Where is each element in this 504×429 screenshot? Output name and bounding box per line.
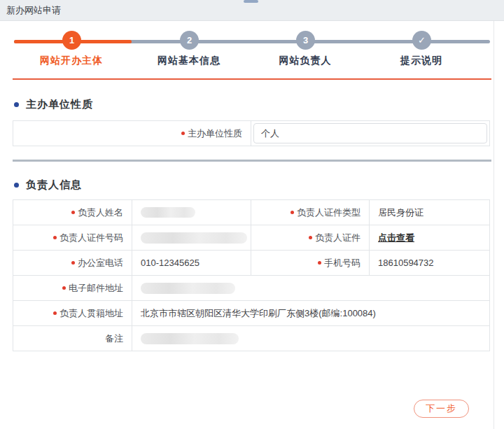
progress-stepper: 1 2 3 ✓ 网站开办主体 网站基本信息 网站负责人 提示说明	[13, 28, 491, 71]
organizer-nature-value: 个人	[253, 123, 487, 143]
section-bullet-icon	[14, 102, 19, 107]
cert-type-value: 居民身份证	[370, 200, 490, 225]
address-label: 负责人贯籍地址	[13, 301, 132, 326]
stepper-divider	[13, 78, 491, 80]
office-phone-label: 办公室电话	[13, 251, 132, 276]
required-marker-icon	[318, 261, 321, 265]
step-2-label: 网站基本信息	[144, 55, 234, 67]
required-marker-icon	[53, 236, 57, 239]
cert-type-label: 负责人证件类型	[251, 200, 370, 225]
step-1-label: 网站开办主体	[26, 55, 117, 67]
mobile-value: 18610594732	[370, 251, 490, 276]
scrollbar-thumb[interactable]	[244, 0, 258, 3]
required-marker-icon	[290, 211, 294, 214]
step-3-label: 网站负责人	[260, 55, 351, 67]
mobile-label: 手机号码	[251, 251, 370, 276]
step-4-label: 提示说明	[376, 55, 467, 67]
new-website-application-dialog: 新办网站申请 1 2 3 ✓ 网站开办主体 网站基本信息 网站负责人 提示说明 …	[0, 0, 504, 429]
table-row: 电子邮件地址	[13, 276, 490, 301]
organizer-nature-table: 主办单位性质 个人	[13, 120, 490, 146]
cert-view-cell: 点击查看	[370, 225, 490, 251]
step-4-check-icon: ✓	[412, 31, 431, 50]
section-bullet-icon	[14, 183, 19, 188]
section-title-text: 负责人信息	[26, 178, 82, 192]
step-1-circle: 1	[62, 31, 81, 50]
redacted-cert-no-value	[141, 232, 247, 244]
view-certificate-link[interactable]: 点击查看	[378, 232, 414, 243]
organizer-nature-label: 主办单位性质	[13, 121, 251, 146]
remark-value-cell	[132, 326, 490, 351]
principal-name-label: 负责人姓名	[13, 200, 132, 225]
dialog-footer: 下一步	[0, 400, 469, 418]
table-row: 主办单位性质 个人	[13, 121, 490, 146]
cert-no-label: 负责人证件号码	[13, 225, 132, 251]
cert-no-value-cell	[132, 225, 251, 251]
office-phone-value: 010-12345625	[132, 251, 251, 276]
section-divider	[13, 160, 491, 162]
redacted-remark-value	[141, 333, 239, 344]
redacted-name-value	[141, 207, 195, 218]
table-row: 负责人证件号码 负责人证件 点击查看	[13, 225, 490, 251]
table-row: 负责人姓名 负责人证件类型 居民身份证	[13, 200, 490, 225]
address-value: 北京市市辖区朝阳区清华大学印刷厂东侧3楼(邮编:100084)	[132, 301, 490, 326]
principal-name-value-cell	[132, 200, 251, 225]
step-3-circle: 3	[296, 31, 315, 50]
section-organizer-nature-title: 主办单位性质	[14, 98, 504, 111]
required-marker-icon	[53, 311, 57, 315]
principal-info-table: 负责人姓名 负责人证件类型 居民身份证 负责人证件号码 负责人证件 点击查看 办…	[13, 199, 490, 351]
organizer-nature-value-cell: 个人	[251, 121, 490, 146]
table-row: 备注	[13, 326, 490, 351]
remark-label: 备注	[13, 326, 132, 351]
redacted-email-value	[141, 283, 235, 294]
panel-right-edge	[493, 21, 494, 429]
step-2-circle: 2	[180, 31, 199, 50]
next-step-button[interactable]: 下一步	[414, 400, 469, 418]
table-row: 办公室电话 010-12345625 手机号码 18610594732	[13, 251, 490, 276]
email-label: 电子邮件地址	[13, 276, 132, 301]
table-row: 负责人贯籍地址 北京市市辖区朝阳区清华大学印刷厂东侧3楼(邮编:100084)	[13, 301, 490, 326]
dialog-title: 新办网站申请	[6, 4, 61, 17]
required-marker-icon	[309, 236, 312, 239]
email-value-cell	[132, 276, 490, 301]
section-title-text: 主办单位性质	[26, 98, 93, 111]
section-principal-info-title: 负责人信息	[14, 178, 504, 192]
required-marker-icon	[71, 261, 75, 265]
required-marker-icon	[71, 211, 75, 214]
dialog-titlebar: 新办网站申请	[0, 0, 504, 21]
cert-label: 负责人证件	[251, 225, 370, 251]
required-marker-icon	[181, 132, 185, 135]
required-marker-icon	[62, 286, 66, 290]
